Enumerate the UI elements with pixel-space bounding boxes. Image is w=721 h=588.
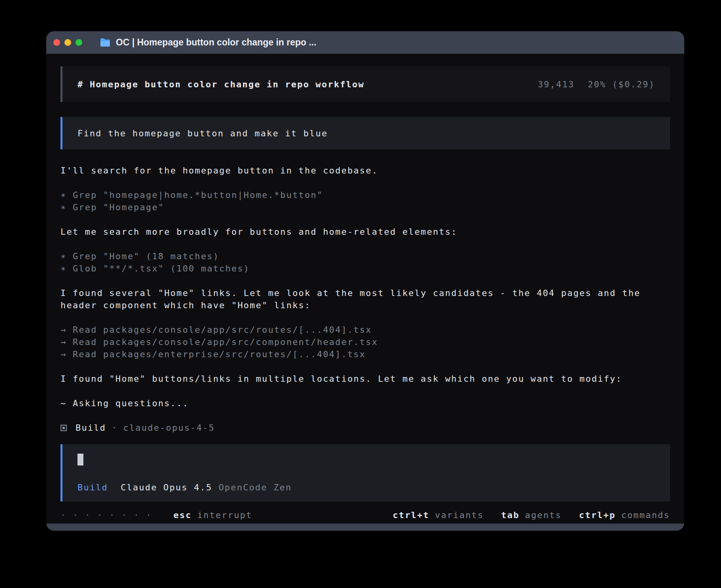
- user-message-block: Find the homepage button and make it blu…: [60, 117, 670, 149]
- shortcut-label: commands: [621, 509, 670, 521]
- input-provider-label: OpenCode Zen: [219, 481, 292, 494]
- status-text: ~ Asking questions...: [60, 397, 670, 409]
- input-meta: Build Claude Opus 4.5 OpenCode Zen: [77, 481, 292, 494]
- tool-call-read: → Read packages/console/app/src/routes/[…: [60, 324, 670, 336]
- assistant-text: I found "Home" buttons/links in multiple…: [60, 373, 670, 385]
- context-usage: 20% ($0.29): [588, 78, 655, 90]
- esc-label: interrupt: [197, 509, 252, 521]
- session-header: # Homepage button color change in repo w…: [60, 66, 670, 102]
- shortcut-key: ctrl+t: [393, 509, 430, 521]
- tool-call-glob: ∗ Glob "**/*.tsx" (100 matches): [60, 262, 670, 275]
- assistant-text: Let me search more broadly for buttons a…: [60, 226, 670, 238]
- titlebar[interactable]: OC | Homepage button color change in rep…: [46, 31, 684, 54]
- tool-call-grep: ∗ Grep "Homepage": [60, 201, 670, 213]
- agent-name: Build: [75, 422, 106, 434]
- session-title: # Homepage button color change in repo w…: [77, 78, 364, 90]
- conversation: I'll search for the homepage button in t…: [60, 164, 670, 434]
- status-bar: · · · · · · · · esc interrupt ctrl+t var…: [60, 507, 670, 523]
- minimize-button[interactable]: [64, 39, 71, 46]
- agent-icon: [60, 425, 67, 431]
- shortcut-agents: tab agents: [501, 509, 562, 521]
- esc-shortcut: esc interrupt: [174, 509, 252, 521]
- agent-status-line: Build · claude-opus-4-5: [60, 422, 670, 434]
- assistant-text: I found several "Home" links. Let me loo…: [60, 287, 670, 311]
- prompt-input[interactable]: Build Claude Opus 4.5 OpenCode Zen: [60, 444, 670, 501]
- esc-key: esc: [174, 509, 192, 521]
- shortcut-label: agents: [525, 509, 562, 521]
- shortcut-label: variants: [435, 509, 484, 521]
- tool-call-read: → Read packages/enterprise/src/routes/[.…: [60, 348, 670, 360]
- tool-call-read: → Read packages/console/app/src/componen…: [60, 336, 670, 348]
- tool-call-grep: ∗ Grep "homepage|home.*button|Home.*butt…: [60, 189, 670, 201]
- close-button[interactable]: [53, 39, 60, 46]
- window-title: OC | Homepage button color change in rep…: [116, 37, 316, 48]
- session-stats: 39,413 20% ($0.29): [538, 78, 655, 90]
- zoom-button[interactable]: [75, 39, 82, 46]
- agent-model: claude-opus-4-5: [123, 422, 215, 434]
- token-count: 39,413: [538, 78, 574, 90]
- window-title-group: OC | Homepage button color change in rep…: [100, 37, 316, 48]
- spinner: · · · · · · · ·: [60, 509, 152, 521]
- terminal-window: OC | Homepage button color change in rep…: [46, 31, 684, 531]
- text-cursor: [77, 454, 83, 466]
- tool-call-grep: ∗ Grep "Home" (18 matches): [60, 250, 670, 262]
- status-left: · · · · · · · · esc interrupt: [60, 509, 252, 521]
- shortcut-key: ctrl+p: [579, 509, 616, 521]
- folder-icon: [100, 38, 111, 47]
- user-message-text: Find the homepage button and make it blu…: [77, 127, 328, 139]
- terminal-content: # Homepage button color change in repo w…: [46, 54, 684, 524]
- input-model-label: Claude Opus 4.5: [121, 481, 212, 494]
- shortcut-commands: ctrl+p commands: [579, 509, 670, 521]
- shortcut-key: tab: [501, 509, 519, 521]
- input-mode-label: Build: [77, 481, 108, 494]
- traffic-lights: [53, 39, 82, 46]
- assistant-text: I'll search for the homepage button in t…: [60, 164, 670, 177]
- agent-separator: ·: [111, 422, 117, 434]
- shortcut-variants: ctrl+t variants: [393, 509, 484, 521]
- status-right: ctrl+t variants tab agents ctrl+p comman…: [393, 509, 670, 521]
